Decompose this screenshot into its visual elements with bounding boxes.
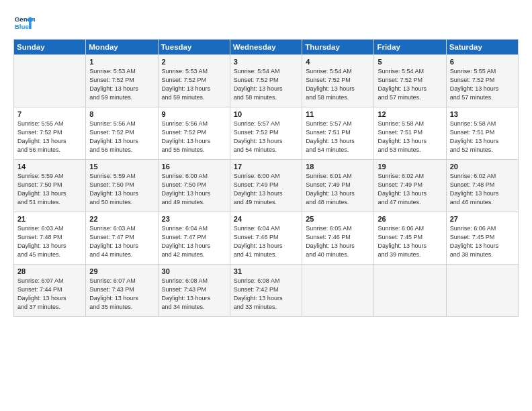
day-number: 4 [306,58,370,66]
calendar-cell: 18Sunrise: 6:01 AM Sunset: 7:49 PM Dayli… [302,160,374,212]
day-number: 22 [89,215,154,223]
day-number: 24 [234,215,298,223]
day-number: 29 [89,267,154,275]
day-number: 30 [162,267,226,275]
calendar-cell: 28Sunrise: 6:07 AM Sunset: 7:44 PM Dayli… [14,265,86,317]
day-number: 2 [162,58,226,66]
day-number: 15 [89,163,154,171]
column-header-saturday: Saturday [446,40,518,55]
calendar-header-row: SundayMondayTuesdayWednesdayThursdayFrid… [14,40,519,55]
cell-content: Sunrise: 5:54 AM Sunset: 7:52 PM Dayligh… [234,67,298,102]
cell-content: Sunrise: 6:08 AM Sunset: 7:43 PM Dayligh… [162,277,226,312]
cell-content: Sunrise: 5:55 AM Sunset: 7:52 PM Dayligh… [450,67,515,102]
day-number: 20 [450,163,515,171]
day-number: 25 [306,215,370,223]
day-number: 17 [234,163,298,171]
cell-content: Sunrise: 6:07 AM Sunset: 7:43 PM Dayligh… [89,277,154,312]
cell-content: Sunrise: 6:00 AM Sunset: 7:50 PM Dayligh… [162,172,226,207]
cell-content: Sunrise: 5:54 AM Sunset: 7:52 PM Dayligh… [378,67,442,102]
calendar-cell: 17Sunrise: 6:00 AM Sunset: 7:49 PM Dayli… [230,160,302,212]
cell-content: Sunrise: 5:57 AM Sunset: 7:51 PM Dayligh… [306,120,370,154]
calendar-cell: 10Sunrise: 5:57 AM Sunset: 7:52 PM Dayli… [230,107,302,160]
calendar-cell: 2Sunrise: 5:53 AM Sunset: 7:52 PM Daylig… [158,55,230,107]
cell-content: Sunrise: 5:58 AM Sunset: 7:51 PM Dayligh… [450,120,515,154]
calendar-week-row: 7Sunrise: 5:55 AM Sunset: 7:52 PM Daylig… [14,107,519,160]
calendar-cell: 30Sunrise: 6:08 AM Sunset: 7:43 PM Dayli… [158,265,230,317]
day-number: 10 [234,110,298,118]
cell-content: Sunrise: 6:07 AM Sunset: 7:44 PM Dayligh… [17,277,82,312]
day-number: 23 [162,215,226,223]
day-number: 5 [378,58,442,66]
cell-content: Sunrise: 6:01 AM Sunset: 7:49 PM Dayligh… [306,172,370,207]
calendar-cell: 22Sunrise: 6:03 AM Sunset: 7:47 PM Dayli… [86,212,158,265]
day-number: 18 [306,163,370,171]
logo: General Blue [13,12,35,34]
day-number: 13 [450,110,515,118]
cell-content: Sunrise: 6:04 AM Sunset: 7:47 PM Dayligh… [162,224,226,259]
calendar-cell: 4Sunrise: 5:54 AM Sunset: 7:52 PM Daylig… [302,55,374,107]
calendar-cell: 26Sunrise: 6:06 AM Sunset: 7:45 PM Dayli… [374,212,446,265]
calendar-cell: 7Sunrise: 5:55 AM Sunset: 7:52 PM Daylig… [14,107,86,160]
calendar-week-row: 28Sunrise: 6:07 AM Sunset: 7:44 PM Dayli… [14,265,519,317]
cell-content: Sunrise: 5:53 AM Sunset: 7:52 PM Dayligh… [162,67,226,102]
cell-content: Sunrise: 5:54 AM Sunset: 7:52 PM Dayligh… [306,67,370,102]
calendar-cell: 6Sunrise: 5:55 AM Sunset: 7:52 PM Daylig… [446,55,518,107]
cell-content: Sunrise: 6:03 AM Sunset: 7:47 PM Dayligh… [89,224,154,259]
calendar-week-row: 14Sunrise: 5:59 AM Sunset: 7:50 PM Dayli… [14,160,519,212]
calendar-cell: 23Sunrise: 6:04 AM Sunset: 7:47 PM Dayli… [158,212,230,265]
cell-content: Sunrise: 5:53 AM Sunset: 7:52 PM Dayligh… [89,67,154,102]
calendar-cell: 27Sunrise: 6:06 AM Sunset: 7:45 PM Dayli… [446,212,518,265]
day-number: 12 [378,110,442,118]
calendar-cell: 12Sunrise: 5:58 AM Sunset: 7:51 PM Dayli… [374,107,446,160]
calendar-table: SundayMondayTuesdayWednesdayThursdayFrid… [13,39,519,317]
calendar-cell [302,265,374,317]
day-number: 3 [234,58,298,66]
day-number: 8 [89,110,154,118]
calendar-cell: 16Sunrise: 6:00 AM Sunset: 7:50 PM Dayli… [158,160,230,212]
calendar-cell: 21Sunrise: 6:03 AM Sunset: 7:48 PM Dayli… [14,212,86,265]
cell-content: Sunrise: 6:02 AM Sunset: 7:48 PM Dayligh… [450,172,515,207]
logo-icon: General Blue [13,12,35,34]
cell-content: Sunrise: 6:06 AM Sunset: 7:45 PM Dayligh… [378,224,442,259]
calendar-cell: 15Sunrise: 5:59 AM Sunset: 7:50 PM Dayli… [86,160,158,212]
calendar-cell: 20Sunrise: 6:02 AM Sunset: 7:48 PM Dayli… [446,160,518,212]
calendar-cell: 25Sunrise: 6:05 AM Sunset: 7:46 PM Dayli… [302,212,374,265]
calendar-cell: 29Sunrise: 6:07 AM Sunset: 7:43 PM Dayli… [86,265,158,317]
cell-content: Sunrise: 5:56 AM Sunset: 7:52 PM Dayligh… [162,120,226,154]
calendar-week-row: 21Sunrise: 6:03 AM Sunset: 7:48 PM Dayli… [14,212,519,265]
cell-content: Sunrise: 6:04 AM Sunset: 7:46 PM Dayligh… [234,224,298,259]
day-number: 14 [17,163,82,171]
cell-content: Sunrise: 6:00 AM Sunset: 7:49 PM Dayligh… [234,172,298,207]
day-number: 21 [17,215,82,223]
day-number: 19 [378,163,442,171]
day-number: 11 [306,110,370,118]
column-header-friday: Friday [374,40,446,55]
day-number: 16 [162,163,226,171]
cell-content: Sunrise: 5:55 AM Sunset: 7:52 PM Dayligh… [17,120,82,154]
calendar-cell: 13Sunrise: 5:58 AM Sunset: 7:51 PM Dayli… [446,107,518,160]
day-number: 26 [378,215,442,223]
cell-content: Sunrise: 5:56 AM Sunset: 7:52 PM Dayligh… [89,120,154,154]
header: General Blue [13,12,519,34]
calendar-cell: 5Sunrise: 5:54 AM Sunset: 7:52 PM Daylig… [374,55,446,107]
svg-text:Blue: Blue [15,23,30,30]
day-number: 28 [17,267,82,275]
calendar-cell [446,265,518,317]
calendar-cell: 19Sunrise: 6:02 AM Sunset: 7:49 PM Dayli… [374,160,446,212]
column-header-thursday: Thursday [302,40,374,55]
cell-content: Sunrise: 5:57 AM Sunset: 7:52 PM Dayligh… [234,120,298,154]
day-number: 1 [89,58,154,66]
calendar-cell: 9Sunrise: 5:56 AM Sunset: 7:52 PM Daylig… [158,107,230,160]
calendar-cell: 31Sunrise: 6:08 AM Sunset: 7:42 PM Dayli… [230,265,302,317]
day-number: 6 [450,58,515,66]
calendar-cell [14,55,86,107]
cell-content: Sunrise: 5:59 AM Sunset: 7:50 PM Dayligh… [17,172,82,207]
day-number: 9 [162,110,226,118]
day-number: 31 [234,267,298,275]
calendar-cell: 11Sunrise: 5:57 AM Sunset: 7:51 PM Dayli… [302,107,374,160]
cell-content: Sunrise: 6:03 AM Sunset: 7:48 PM Dayligh… [17,224,82,259]
calendar-week-row: 1Sunrise: 5:53 AM Sunset: 7:52 PM Daylig… [14,55,519,107]
calendar-cell: 3Sunrise: 5:54 AM Sunset: 7:52 PM Daylig… [230,55,302,107]
calendar-cell: 8Sunrise: 5:56 AM Sunset: 7:52 PM Daylig… [86,107,158,160]
calendar-cell [374,265,446,317]
